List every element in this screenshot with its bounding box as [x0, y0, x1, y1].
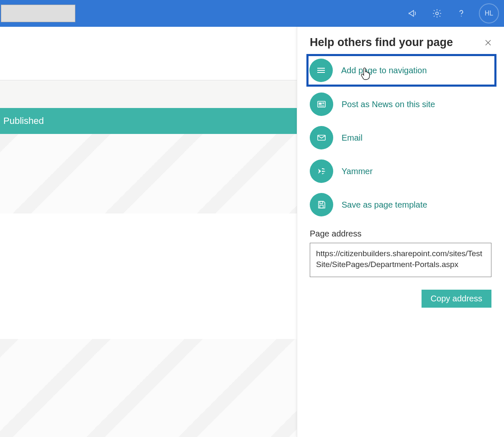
svg-rect-6: [319, 103, 322, 105]
option-save-as-template[interactable]: Save as page template: [310, 189, 491, 221]
content-blank: [0, 213, 297, 339]
published-banner-text: Published: [3, 116, 44, 126]
lower-geometric-bg: [0, 339, 297, 437]
option-label: Add page to navigation: [341, 66, 427, 75]
option-label: Save as page template: [342, 200, 427, 210]
panel-options-list: Add page to navigation Post as News on t…: [310, 54, 491, 221]
page-header-region: [0, 27, 297, 80]
topbar-right: HL: [406, 3, 499, 23]
page-address-field[interactable]: [310, 243, 491, 277]
copy-button-row: Copy address: [310, 290, 491, 308]
close-icon: [484, 39, 492, 46]
svg-point-0: [436, 12, 438, 15]
panel-header: Help others find your page: [310, 36, 491, 49]
option-label: Email: [342, 133, 363, 143]
megaphone-icon[interactable]: [406, 7, 419, 20]
published-banner: Published: [0, 108, 297, 134]
banner-spacer: [0, 80, 297, 108]
svg-rect-11: [320, 201, 323, 203]
close-panel-button[interactable]: [482, 37, 494, 49]
mail-icon: [310, 126, 333, 149]
gear-icon[interactable]: [430, 7, 444, 20]
option-add-to-navigation[interactable]: Add page to navigation: [306, 54, 496, 87]
option-label: Yammer: [342, 167, 373, 176]
page-content: Published: [0, 27, 297, 437]
save-icon: [310, 193, 333, 216]
svg-rect-12: [320, 205, 323, 208]
option-yammer[interactable]: Yammer: [310, 155, 491, 187]
app-topbar: HL: [0, 0, 504, 27]
yammer-icon: [310, 159, 333, 183]
svg-rect-10: [318, 135, 325, 140]
hamburger-icon: [309, 59, 333, 82]
avatar-initials: HL: [485, 10, 493, 17]
main-area: Published Help others find your page: [0, 27, 504, 437]
page-address-label: Page address: [310, 229, 491, 239]
panel-title: Help others find your page: [310, 36, 453, 49]
option-label: Post as News on this site: [342, 100, 435, 109]
svg-point-1: [461, 16, 462, 17]
search-input[interactable]: [1, 5, 75, 22]
help-icon[interactable]: [455, 7, 468, 20]
option-post-as-news[interactable]: Post as News on this site: [310, 88, 491, 120]
news-icon: [310, 93, 333, 116]
copy-address-button[interactable]: Copy address: [422, 290, 491, 308]
option-email[interactable]: Email: [310, 122, 491, 154]
topbar-left: [0, 0, 75, 27]
help-others-panel: Help others find your page Add page to n…: [297, 27, 504, 437]
user-avatar[interactable]: HL: [479, 3, 499, 23]
hero-geometric-bg: [0, 134, 297, 213]
